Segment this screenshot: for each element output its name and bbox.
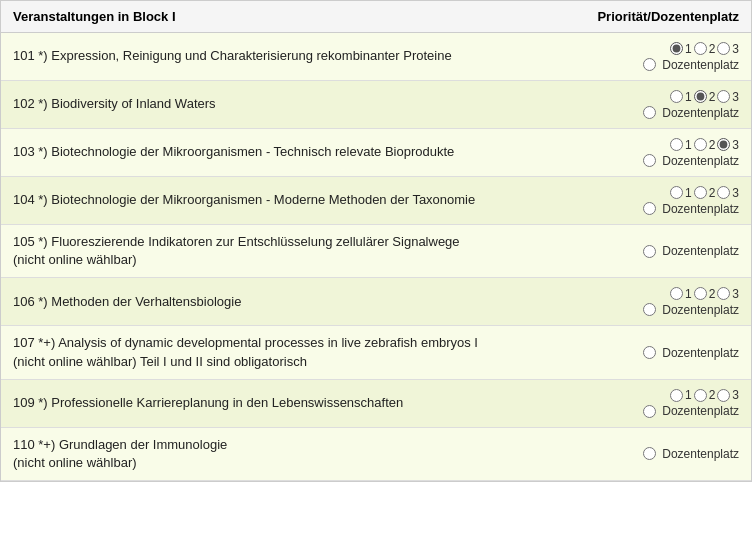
course-controls: Dozentenplatz <box>579 346 739 360</box>
dozentenplatz-label: Dozentenplatz <box>662 447 739 461</box>
dozentenplatz-radio[interactable] <box>643 447 656 460</box>
dozentenplatz-group: Dozentenplatz <box>643 404 739 418</box>
priority-radio-3[interactable] <box>717 389 730 402</box>
priority-radio-1[interactable] <box>670 42 683 55</box>
course-label: 106 *) Methoden der Verhaltensbiologie <box>13 293 579 311</box>
table-row: 101 *) Expression, Reinigung und Charakt… <box>1 33 751 81</box>
course-label: 101 *) Expression, Reinigung und Charakt… <box>13 47 579 65</box>
dozentenplatz-group: Dozentenplatz <box>643 244 739 258</box>
dozentenplatz-label: Dozentenplatz <box>662 303 739 317</box>
dozentenplatz-radio[interactable] <box>643 202 656 215</box>
dozentenplatz-radio[interactable] <box>643 58 656 71</box>
priority-radio-3[interactable] <box>717 42 730 55</box>
priority-radio-1[interactable] <box>670 90 683 103</box>
course-table: Veranstaltungen in Block I Priorität/Doz… <box>0 0 752 482</box>
table-row: 105 *) Fluoreszierende Indikatoren zur E… <box>1 225 751 278</box>
dozentenplatz-label: Dozentenplatz <box>662 346 739 360</box>
priority-option-2[interactable]: 2 <box>694 287 716 301</box>
priority-option-2[interactable]: 2 <box>694 42 716 56</box>
course-label: 109 *) Professionelle Karriereplanung in… <box>13 394 579 412</box>
dozentenplatz-label: Dozentenplatz <box>662 244 739 258</box>
header-col-right: Priorität/Dozentenplatz <box>597 9 739 24</box>
course-label: 103 *) Biotechnologie der Mikroorganisme… <box>13 143 579 161</box>
table-header: Veranstaltungen in Block I Priorität/Doz… <box>1 1 751 33</box>
priority-radio-2[interactable] <box>694 186 707 199</box>
priority-option-2[interactable]: 2 <box>694 388 716 402</box>
priority-radio-1[interactable] <box>670 287 683 300</box>
priority-option-3[interactable]: 3 <box>717 388 739 402</box>
course-label: 110 *+) Grundlagen der Immunologie(nicht… <box>13 436 579 472</box>
dozentenplatz-radio[interactable] <box>643 106 656 119</box>
priority-option-1[interactable]: 1 <box>670 138 692 152</box>
dozentenplatz-group: Dozentenplatz <box>643 106 739 120</box>
priority-option-3[interactable]: 3 <box>717 186 739 200</box>
priority-option-3[interactable]: 3 <box>717 287 739 301</box>
dozentenplatz-group: Dozentenplatz <box>643 346 739 360</box>
priority-radio-3[interactable] <box>717 90 730 103</box>
header-col-left: Veranstaltungen in Block I <box>13 9 176 24</box>
dozentenplatz-radio[interactable] <box>643 303 656 316</box>
priority-option-2[interactable]: 2 <box>694 138 716 152</box>
dozentenplatz-radio[interactable] <box>643 245 656 258</box>
priority-radio-group: 1 2 3 <box>670 138 739 152</box>
priority-option-1[interactable]: 1 <box>670 287 692 301</box>
priority-option-1[interactable]: 1 <box>670 42 692 56</box>
course-controls: Dozentenplatz <box>579 447 739 461</box>
priority-radio-2[interactable] <box>694 287 707 300</box>
dozentenplatz-radio[interactable] <box>643 405 656 418</box>
priority-radio-1[interactable] <box>670 186 683 199</box>
course-label: 105 *) Fluoreszierende Indikatoren zur E… <box>13 233 579 269</box>
dozentenplatz-radio[interactable] <box>643 154 656 167</box>
priority-radio-2[interactable] <box>694 90 707 103</box>
course-controls: 1 2 3Dozentenplatz <box>579 186 739 216</box>
dozentenplatz-label: Dozentenplatz <box>662 202 739 216</box>
table-row: 103 *) Biotechnologie der Mikroorganisme… <box>1 129 751 177</box>
course-controls: 1 2 3Dozentenplatz <box>579 287 739 317</box>
priority-radio-group: 1 2 3 <box>670 90 739 104</box>
priority-radio-2[interactable] <box>694 389 707 402</box>
table-body: 101 *) Expression, Reinigung und Charakt… <box>1 33 751 481</box>
priority-radio-3[interactable] <box>717 138 730 151</box>
priority-option-3[interactable]: 3 <box>717 90 739 104</box>
table-row: 107 *+) Analysis of dynamic developmenta… <box>1 326 751 379</box>
course-label: 107 *+) Analysis of dynamic developmenta… <box>13 334 579 370</box>
priority-radio-1[interactable] <box>670 138 683 151</box>
table-row: 104 *) Biotechnologie der Mikroorganisme… <box>1 177 751 225</box>
dozentenplatz-label: Dozentenplatz <box>662 58 739 72</box>
priority-option-1[interactable]: 1 <box>670 186 692 200</box>
priority-radio-group: 1 2 3 <box>670 186 739 200</box>
course-controls: 1 2 3Dozentenplatz <box>579 388 739 418</box>
dozentenplatz-group: Dozentenplatz <box>643 58 739 72</box>
dozentenplatz-group: Dozentenplatz <box>643 447 739 461</box>
dozentenplatz-group: Dozentenplatz <box>643 154 739 168</box>
priority-radio-group: 1 2 3 <box>670 287 739 301</box>
dozentenplatz-label: Dozentenplatz <box>662 154 739 168</box>
dozentenplatz-label: Dozentenplatz <box>662 106 739 120</box>
dozentenplatz-label: Dozentenplatz <box>662 404 739 418</box>
priority-radio-2[interactable] <box>694 42 707 55</box>
priority-radio-3[interactable] <box>717 186 730 199</box>
course-controls: 1 2 3Dozentenplatz <box>579 90 739 120</box>
table-row: 109 *) Professionelle Karriereplanung in… <box>1 380 751 428</box>
table-row: 106 *) Methoden der Verhaltensbiologie 1… <box>1 278 751 326</box>
dozentenplatz-radio[interactable] <box>643 346 656 359</box>
dozentenplatz-group: Dozentenplatz <box>643 202 739 216</box>
priority-option-3[interactable]: 3 <box>717 42 739 56</box>
table-row: 102 *) Biodiversity of Inland Waters 1 2… <box>1 81 751 129</box>
course-controls: 1 2 3Dozentenplatz <box>579 42 739 72</box>
table-row: 110 *+) Grundlagen der Immunologie(nicht… <box>1 428 751 481</box>
priority-radio-2[interactable] <box>694 138 707 151</box>
course-label: 102 *) Biodiversity of Inland Waters <box>13 95 579 113</box>
priority-radio-3[interactable] <box>717 287 730 300</box>
dozentenplatz-group: Dozentenplatz <box>643 303 739 317</box>
course-label: 104 *) Biotechnologie der Mikroorganisme… <box>13 191 579 209</box>
priority-option-2[interactable]: 2 <box>694 186 716 200</box>
priority-option-2[interactable]: 2 <box>694 90 716 104</box>
priority-radio-1[interactable] <box>670 389 683 402</box>
course-controls: Dozentenplatz <box>579 244 739 258</box>
priority-option-1[interactable]: 1 <box>670 90 692 104</box>
priority-option-1[interactable]: 1 <box>670 388 692 402</box>
priority-radio-group: 1 2 3 <box>670 42 739 56</box>
course-controls: 1 2 3Dozentenplatz <box>579 138 739 168</box>
priority-option-3[interactable]: 3 <box>717 138 739 152</box>
